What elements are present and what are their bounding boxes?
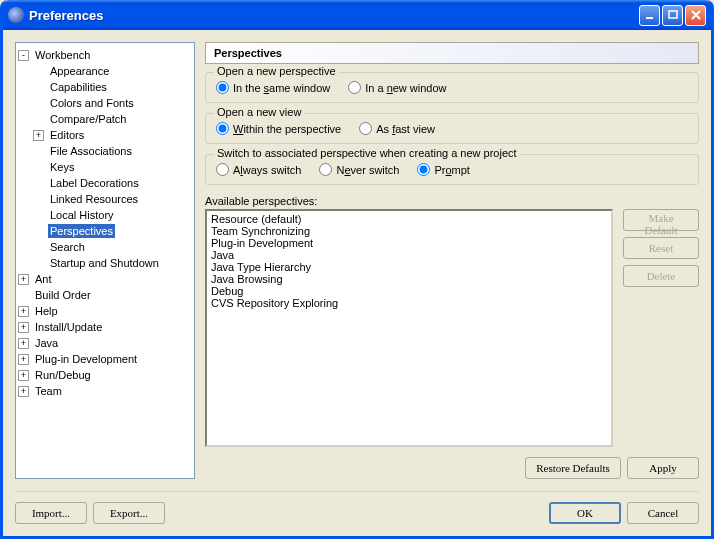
radio-new-window[interactable]: In a new window bbox=[348, 81, 446, 94]
list-item[interactable]: Java Browsing bbox=[211, 273, 607, 285]
tree-node-label: Startup and Shutdown bbox=[48, 256, 161, 270]
tree-node-label: Search bbox=[48, 240, 87, 254]
radio-within-perspective[interactable]: Within the perspective bbox=[216, 122, 341, 135]
tree-node[interactable]: +Java bbox=[18, 335, 192, 351]
preferences-tree[interactable]: - Workbench AppearanceCapabilitiesColors… bbox=[15, 42, 195, 479]
tree-node[interactable]: File Associations bbox=[33, 143, 192, 159]
tree-node-label: Plug-in Development bbox=[33, 352, 139, 366]
tree-node[interactable]: +Run/Debug bbox=[18, 367, 192, 383]
tree-node-label: Team bbox=[33, 384, 64, 398]
perspectives-listbox[interactable]: Resource (default)Team SynchronizingPlug… bbox=[205, 209, 613, 447]
radio-prompt[interactable]: Prompt bbox=[417, 163, 469, 176]
expand-icon[interactable]: + bbox=[18, 274, 29, 285]
list-item[interactable]: Java Type Hierarchy bbox=[211, 261, 607, 273]
tree-node-label: Install/Update bbox=[33, 320, 104, 334]
expand-icon[interactable]: + bbox=[33, 130, 44, 141]
tree-node-label: Editors bbox=[48, 128, 86, 142]
tree-node-label: Compare/Patch bbox=[48, 112, 128, 126]
cancel-button[interactable]: Cancel bbox=[627, 502, 699, 524]
tree-node[interactable]: Keys bbox=[33, 159, 192, 175]
group-open-perspective: Open a new perspective In the same windo… bbox=[205, 72, 699, 103]
available-perspectives-label: Available perspectives: bbox=[205, 195, 699, 207]
reset-button[interactable]: Reset bbox=[623, 237, 699, 259]
tree-node[interactable]: +Install/Update bbox=[18, 319, 192, 335]
tree-node-label: Ant bbox=[33, 272, 54, 286]
tree-node[interactable]: Local History bbox=[33, 207, 192, 223]
tree-node-label: Local History bbox=[48, 208, 116, 222]
tree-node-label: Perspectives bbox=[48, 224, 115, 238]
tree-node-label: Label Decorations bbox=[48, 176, 141, 190]
list-item[interactable]: Plug-in Development bbox=[211, 237, 607, 249]
list-item[interactable]: Resource (default) bbox=[211, 213, 607, 225]
tree-node-label: Build Order bbox=[33, 288, 93, 302]
tree-node[interactable]: +Team bbox=[18, 383, 192, 399]
list-item[interactable]: Java bbox=[211, 249, 607, 261]
radio-always-switch[interactable]: Always switch bbox=[216, 163, 301, 176]
expand-icon[interactable]: + bbox=[18, 322, 29, 333]
svg-rect-0 bbox=[646, 17, 653, 19]
tree-node-label: Colors and Fonts bbox=[48, 96, 136, 110]
group-open-view: Open a new view Within the perspective A… bbox=[205, 113, 699, 144]
svg-rect-1 bbox=[669, 11, 677, 18]
tree-node[interactable]: +Help bbox=[18, 303, 192, 319]
expand-icon[interactable]: + bbox=[18, 338, 29, 349]
make-default-button[interactable]: Make Default bbox=[623, 209, 699, 231]
radio-never-switch[interactable]: Never switch bbox=[319, 163, 399, 176]
page-title: Perspectives bbox=[205, 42, 699, 64]
tree-node[interactable]: Capabilities bbox=[33, 79, 192, 95]
window-title: Preferences bbox=[29, 8, 639, 23]
tree-node[interactable]: Label Decorations bbox=[33, 175, 192, 191]
group-switch-perspective: Switch to associated perspective when cr… bbox=[205, 154, 699, 185]
tree-node[interactable]: Perspectives bbox=[33, 223, 192, 239]
tree-node-label: Capabilities bbox=[48, 80, 109, 94]
tree-node-label: Help bbox=[33, 304, 60, 318]
export-button[interactable]: Export... bbox=[93, 502, 165, 524]
tree-node-label: Run/Debug bbox=[33, 368, 93, 382]
tree-node[interactable]: Appearance bbox=[33, 63, 192, 79]
ok-button[interactable]: OK bbox=[549, 502, 621, 524]
tree-node[interactable]: Linked Resources bbox=[33, 191, 192, 207]
tree-node[interactable]: Compare/Patch bbox=[33, 111, 192, 127]
expand-icon[interactable]: + bbox=[18, 306, 29, 317]
tree-node[interactable]: Build Order bbox=[18, 287, 192, 303]
expand-icon[interactable]: + bbox=[18, 386, 29, 397]
tree-node[interactable]: +Editors bbox=[33, 127, 192, 143]
restore-defaults-button[interactable]: Restore Defaults bbox=[525, 457, 621, 479]
maximize-button[interactable] bbox=[662, 5, 683, 26]
expand-icon[interactable]: + bbox=[18, 370, 29, 381]
titlebar[interactable]: Preferences bbox=[3, 0, 711, 30]
radio-fast-view[interactable]: As fast view bbox=[359, 122, 435, 135]
list-item[interactable]: Debug bbox=[211, 285, 607, 297]
minimize-button[interactable] bbox=[639, 5, 660, 26]
tree-node[interactable]: Startup and Shutdown bbox=[33, 255, 192, 271]
expand-icon[interactable]: + bbox=[18, 354, 29, 365]
preferences-window: Preferences - Workbench AppearanceCapabi… bbox=[0, 0, 714, 539]
delete-button[interactable]: Delete bbox=[623, 265, 699, 287]
tree-node[interactable]: Colors and Fonts bbox=[33, 95, 192, 111]
tree-node-workbench[interactable]: - Workbench bbox=[18, 47, 192, 63]
collapse-icon[interactable]: - bbox=[18, 50, 29, 61]
tree-node-label: Keys bbox=[48, 160, 76, 174]
tree-node[interactable]: +Ant bbox=[18, 271, 192, 287]
tree-node[interactable]: +Plug-in Development bbox=[18, 351, 192, 367]
list-item[interactable]: CVS Repository Exploring bbox=[211, 297, 607, 309]
tree-node-label: File Associations bbox=[48, 144, 134, 158]
eclipse-icon bbox=[8, 7, 24, 23]
tree-node-label: Linked Resources bbox=[48, 192, 140, 206]
close-button[interactable] bbox=[685, 5, 706, 26]
tree-node-label: Appearance bbox=[48, 64, 111, 78]
radio-same-window[interactable]: In the same window bbox=[216, 81, 330, 94]
import-button[interactable]: Import... bbox=[15, 502, 87, 524]
list-item[interactable]: Team Synchronizing bbox=[211, 225, 607, 237]
tree-node-label: Java bbox=[33, 336, 60, 350]
tree-node[interactable]: Search bbox=[33, 239, 192, 255]
apply-button[interactable]: Apply bbox=[627, 457, 699, 479]
